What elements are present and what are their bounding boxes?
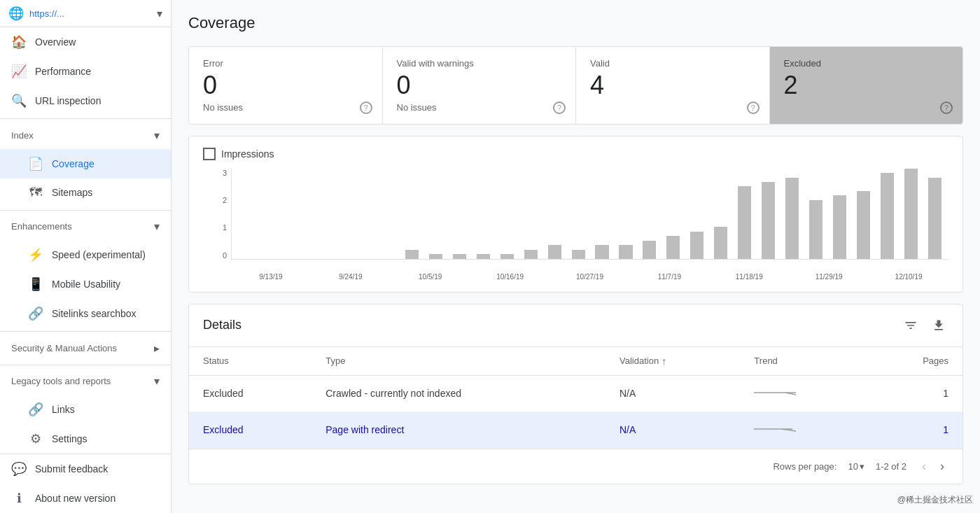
status-card-valid[interactable]: Valid 4 ? xyxy=(576,47,770,124)
download-button[interactable] xyxy=(929,316,948,335)
error-number: 0 xyxy=(203,71,368,99)
sidebar-item-coverage[interactable]: 📄 Coverage xyxy=(0,149,171,178)
impressions-label: Impressions xyxy=(221,148,274,160)
sidebar-item-performance[interactable]: 📈 Performance xyxy=(0,57,171,86)
rows-per-page-label: Rows per page: xyxy=(773,461,836,472)
sidebar-item-coverage-label: Coverage xyxy=(52,158,94,169)
error-label: Error xyxy=(203,58,368,69)
status-cards: Error 0 No issues ? Valid with warnings … xyxy=(188,46,963,125)
sidebar-item-settings[interactable]: ⚙ Settings xyxy=(0,424,171,454)
bar-group xyxy=(686,169,708,259)
bar-group xyxy=(234,169,257,259)
sidebar-item-mobile[interactable]: 📱 Mobile Usability xyxy=(0,269,171,299)
row1-type: Page with redirect xyxy=(312,412,606,448)
row1-trend xyxy=(740,412,866,448)
home-icon: 🏠 xyxy=(11,34,27,50)
table-row[interactable]: Excluded Page with redirect N/A 1 xyxy=(189,412,962,448)
bar xyxy=(453,254,466,258)
bar xyxy=(477,254,490,258)
sort-up-icon: ↑ xyxy=(662,356,666,367)
main-content: Coverage Error 0 No issues ? Valid with … xyxy=(172,0,980,513)
excluded-label: Excluded xyxy=(784,58,949,69)
bar-group xyxy=(734,169,756,259)
th-validation-label: Validation xyxy=(620,356,659,366)
bar-group xyxy=(876,169,898,259)
index-collapse-icon: ▾ xyxy=(154,129,160,142)
row0-validation: N/A xyxy=(606,375,740,412)
valid-warnings-number: 0 xyxy=(397,71,562,99)
y-label-3: 3 xyxy=(223,169,227,177)
th-validation-sort[interactable]: Validation ↑ xyxy=(620,356,726,367)
bar-group xyxy=(591,169,613,259)
valid-info-icon[interactable]: ? xyxy=(747,101,760,114)
watermark: @稀土掘金技术社区 xyxy=(897,494,973,506)
url-selector[interactable]: 🌐 https://... ▾ xyxy=(0,0,171,27)
search-icon: 🔍 xyxy=(11,93,27,108)
sidebar-item-links[interactable]: 🔗 Links xyxy=(0,395,171,424)
th-validation[interactable]: Validation ↑ xyxy=(606,347,740,376)
next-page-button[interactable]: › xyxy=(936,458,948,475)
rows-per-page-value: 10 xyxy=(848,461,858,472)
bar xyxy=(500,254,514,258)
bar-group xyxy=(757,169,780,259)
status-card-error[interactable]: Error 0 No issues ? xyxy=(189,47,383,124)
sidebar-item-settings-label: Settings xyxy=(52,433,88,444)
sidebar-item-overview[interactable]: 🏠 Overview xyxy=(0,27,171,57)
bar-group xyxy=(615,169,637,259)
row0-status: Excluded xyxy=(189,375,312,412)
sidebar-item-performance-label: Performance xyxy=(35,66,91,77)
impressions-checkbox[interactable] xyxy=(203,148,216,160)
th-type: Type xyxy=(312,347,606,376)
bar-group xyxy=(330,169,352,259)
enhancements-section-header[interactable]: Enhancements ▾ xyxy=(0,213,171,240)
x-label-6: 11/18/19 xyxy=(709,273,789,281)
bar-group xyxy=(425,169,447,259)
filter-button[interactable] xyxy=(901,316,920,335)
sidebar-item-about[interactable]: ℹ About new version xyxy=(0,484,171,513)
status-card-excluded[interactable]: Excluded 2 ? xyxy=(770,47,963,124)
sidebar-item-mobile-label: Mobile Usability xyxy=(52,279,120,290)
row0-pages: 1 xyxy=(866,375,962,412)
index-section-header[interactable]: Index ▾ xyxy=(0,122,171,149)
index-section-label: Index xyxy=(11,130,34,141)
sidebar-item-sitelinks[interactable]: 🔗 Sitelinks searchbox xyxy=(0,299,171,328)
sidebar-item-about-label: About new version xyxy=(35,493,115,504)
url-chevron-icon: ▾ xyxy=(157,7,162,20)
x-label-5: 11/7/19 xyxy=(629,273,709,281)
chart-y-axis: 3 2 1 0 xyxy=(203,169,231,260)
valid-warnings-info-icon[interactable]: ? xyxy=(553,101,566,114)
x-label-2: 10/5/19 xyxy=(391,273,470,281)
row0-type: Crawled - currently not indexed xyxy=(312,375,606,412)
divider-index xyxy=(0,118,171,119)
sidebar-item-sitemaps[interactable]: 🗺 Sitemaps xyxy=(0,178,171,207)
sidebar-item-overview-label: Overview xyxy=(35,36,76,48)
impressions-toggle[interactable]: Impressions xyxy=(203,148,948,160)
bar-group xyxy=(899,169,922,259)
x-label-4: 10/27/19 xyxy=(550,273,630,281)
sidebar-item-speed[interactable]: ⚡ Speed (experimental) xyxy=(0,240,171,269)
bar xyxy=(928,178,941,259)
bar-group xyxy=(519,169,542,259)
valid-number: 4 xyxy=(590,71,755,99)
chart-x-labels: 9/13/19 9/24/19 10/5/19 10/16/19 10/27/1… xyxy=(231,261,948,281)
valid-warnings-sub: No issues xyxy=(397,102,562,113)
prev-page-button[interactable]: ‹ xyxy=(918,458,930,475)
sidebar-bottom: 💬 Submit feedback ℹ About new version xyxy=(0,454,171,513)
legacy-section-header[interactable]: Legacy tools and reports ▾ xyxy=(0,367,171,395)
bar xyxy=(881,173,894,259)
bar xyxy=(833,195,846,258)
sidebar-item-url-inspection[interactable]: 🔍 URL inspection xyxy=(0,86,171,115)
performance-icon: 📈 xyxy=(11,64,27,79)
details-table: Status Type Validation ↑ Trend xyxy=(189,347,962,449)
security-section-header[interactable]: Security & Manual Actions ▸ xyxy=(0,335,171,362)
bar xyxy=(857,191,870,259)
bar xyxy=(643,241,656,259)
sidebar-item-submit-feedback[interactable]: 💬 Submit feedback xyxy=(0,454,171,484)
error-info-icon[interactable]: ? xyxy=(360,101,372,114)
excluded-info-icon[interactable]: ? xyxy=(940,101,953,114)
rows-per-page-select[interactable]: 10 ▾ xyxy=(848,461,864,472)
table-row[interactable]: Excluded Crawled - currently not indexed… xyxy=(189,375,962,412)
status-card-valid-warnings[interactable]: Valid with warnings 0 No issues ? xyxy=(383,47,577,124)
bar xyxy=(666,236,680,258)
current-url: https://... xyxy=(29,8,151,19)
